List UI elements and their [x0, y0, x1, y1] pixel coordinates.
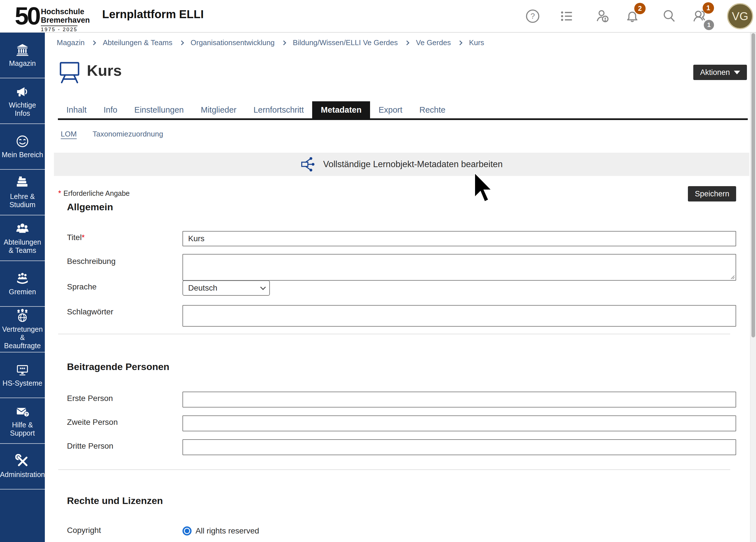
tab-lernfortschritt[interactable]: Lernfortschritt: [245, 101, 312, 118]
required-note: *Erforderliche Angabe: [58, 189, 130, 198]
edit-full-metadata-label: Vollständige Lernobjekt-Metadaten bearbe…: [323, 159, 503, 169]
chevron-right-icon: [404, 40, 409, 45]
schlagwoerter-input[interactable]: [182, 305, 736, 327]
logo-years: 1975 - 2025: [41, 26, 77, 33]
contacts-icon[interactable]: 1 1: [692, 9, 708, 24]
copyright-option-row: All rights reserved: [182, 526, 259, 535]
globe-people-icon: [15, 309, 30, 323]
sprache-select[interactable]: Deutsch: [182, 280, 270, 296]
megaphone-icon: [15, 85, 30, 99]
sidebar-item-label: Hilfe & Support: [1, 421, 44, 437]
logo-50: 50: [15, 2, 39, 30]
scrollbar-thumb[interactable]: [751, 33, 755, 337]
save-button[interactable]: Speichern: [688, 186, 736, 201]
app-title: Lernplattform ELLI: [102, 8, 204, 21]
avatar[interactable]: VG: [727, 3, 753, 29]
breadcrumb-link[interactable]: Organisationsentwicklung: [191, 38, 275, 47]
sprache-selected-value: Deutsch: [188, 283, 217, 293]
erste-person-label: Erste Person: [67, 394, 113, 403]
breadcrumb-link[interactable]: Bildung/Wissen/ELLI Ve Gerdes: [293, 38, 398, 47]
tab-inhalt[interactable]: Inhalt: [58, 101, 95, 118]
breadcrumb-link[interactable]: Magazin: [57, 38, 85, 47]
course-board-icon: [58, 61, 81, 84]
chevron-right-icon: [457, 40, 462, 45]
tab-info[interactable]: Info: [95, 101, 126, 118]
sidebar-item-wichtige-infos[interactable]: Wichtige Infos: [0, 78, 45, 124]
contacts-new-badge: 1: [703, 2, 714, 14]
resize-grip-icon[interactable]: [730, 274, 735, 280]
actions-button[interactable]: Aktionen: [693, 65, 747, 80]
mouse-cursor: [474, 173, 492, 203]
page-title: Kurs: [87, 62, 122, 79]
sidebar-item-abteilungen-teams[interactable]: Abteilungen & Teams: [0, 215, 45, 261]
sprache-label: Sprache: [67, 282, 96, 291]
actions-button-label: Aktionen: [700, 68, 730, 77]
svg-text:?: ?: [25, 412, 28, 416]
monitor-password-icon: ***: [15, 363, 30, 377]
vertical-scrollbar: [750, 33, 756, 542]
sidebar-item-label: Lehre & Studium: [1, 192, 44, 209]
beschreibung-textarea[interactable]: [182, 254, 736, 281]
chevron-down-icon: [260, 284, 266, 290]
sidebar-item-lehre-studium[interactable]: Lehre & Studium: [0, 170, 45, 215]
section-divider: [58, 334, 730, 334]
contacts-online-badge: 1: [704, 20, 714, 30]
main-sidebar: Magazin Wichtige Infos Mein Bereich Lehr…: [0, 33, 45, 542]
required-star: *: [82, 233, 85, 242]
logo-line1: Hochschule: [41, 7, 90, 16]
tab-export[interactable]: Export: [370, 101, 411, 118]
search-icon[interactable]: [662, 9, 677, 24]
people-group-icon: [15, 222, 30, 236]
sidebar-item-administration[interactable]: Administration: [0, 444, 45, 490]
copyright-radio[interactable]: [182, 526, 192, 535]
sidebar-item-gremien[interactable]: Gremien: [0, 261, 45, 307]
tab-bar: Inhalt Info Einstellungen Mitglieder Ler…: [58, 101, 748, 120]
sidebar-item-hilfe-support[interactable]: ? Hilfe & Support: [0, 398, 45, 444]
edit-full-metadata-banner[interactable]: Vollständige Lernobjekt-Metadaten bearbe…: [54, 153, 749, 176]
hochschule-bremerhaven-logo: 50 Hochschule Bremerhaven 1975 - 2025: [15, 2, 90, 33]
committee-hand-icon: [15, 271, 30, 285]
breadcrumb-link[interactable]: Ve Gerdes: [416, 38, 451, 47]
breadcrumb-link[interactable]: Abteilungen & Teams: [103, 38, 172, 47]
tab-metadaten[interactable]: Metadaten: [312, 101, 370, 118]
tab-mitglieder[interactable]: Mitglieder: [192, 101, 245, 118]
sidebar-item-hs-systeme[interactable]: *** HS-Systeme: [0, 352, 45, 398]
erste-person-input[interactable]: [182, 392, 736, 407]
schlagwoerter-label: Schlagwörter: [67, 307, 113, 316]
dritte-person-input[interactable]: [182, 439, 736, 455]
smiley-icon: [15, 134, 30, 148]
sidebar-item-vertretungen[interactable]: Vertretungen & Beauftragte: [0, 307, 45, 352]
help-circle-icon[interactable]: ?: [525, 9, 540, 24]
notifications-badge: 2: [634, 3, 646, 14]
tab-rechte[interactable]: Rechte: [411, 101, 454, 118]
zweite-person-label: Zweite Person: [67, 418, 118, 427]
section-heading-beitragende: Beitragende Personen: [67, 361, 169, 372]
beschreibung-field: [182, 254, 736, 281]
bell-icon[interactable]: 2: [625, 9, 640, 24]
sidebar-item-label: Vertretungen & Beauftragte: [1, 325, 44, 350]
section-heading-rechte: Rechte und Lizenzen: [67, 495, 163, 506]
sidebar-item-label: Magazin: [9, 59, 36, 68]
copyright-option-label: All rights reserved: [196, 526, 259, 535]
section-divider: [58, 469, 730, 470]
subtab-lom[interactable]: LOM: [61, 130, 77, 138]
required-star: *: [58, 189, 61, 198]
subtab-taxonomiezuordnung[interactable]: Taxonomiezuordnung: [93, 130, 163, 138]
bullet-list-icon[interactable]: [559, 9, 574, 24]
mail-question-icon: ?: [15, 404, 30, 419]
tab-einstellungen[interactable]: Einstellungen: [126, 101, 192, 118]
titel-input[interactable]: [182, 231, 736, 246]
tools-icon: [15, 454, 30, 468]
sidebar-item-magazin[interactable]: Magazin: [0, 33, 45, 78]
sidebar-item-mein-bereich[interactable]: Mein Bereich: [0, 124, 45, 170]
section-heading-allgemein: Allgemein: [67, 201, 113, 213]
top-header: 50 Hochschule Bremerhaven 1975 - 2025 Le…: [0, 0, 756, 33]
user-alert-icon[interactable]: [595, 9, 610, 24]
chevron-right-icon: [179, 40, 184, 45]
caret-down-icon: [734, 71, 740, 74]
breadcrumb-current[interactable]: Kurs: [469, 38, 484, 47]
chevron-right-icon: [281, 40, 286, 45]
logo-line2: Bremerhaven: [41, 16, 90, 24]
zweite-person-input[interactable]: [182, 415, 736, 431]
sidebar-item-label: HS-Systeme: [3, 379, 42, 387]
